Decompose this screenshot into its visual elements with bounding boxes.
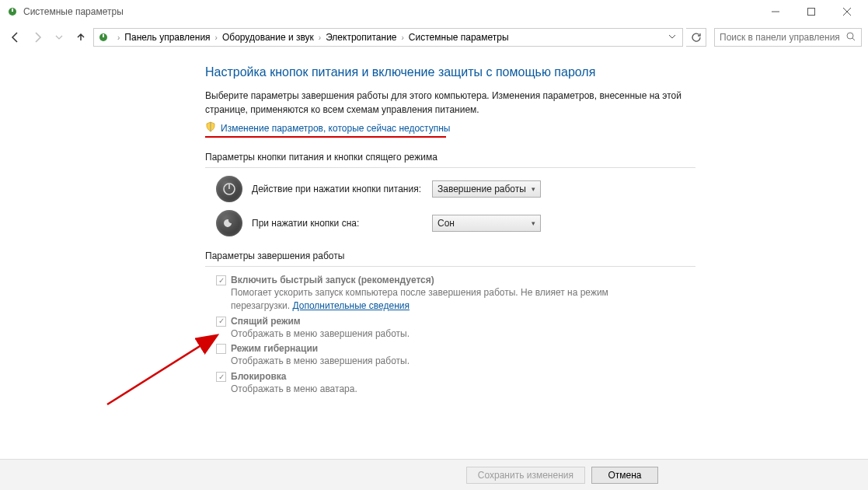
fast-startup-checkbox[interactable] [216, 275, 226, 285]
forward-button[interactable] [28, 28, 47, 47]
divider [205, 266, 695, 267]
refresh-button[interactable] [686, 28, 706, 47]
fast-startup-more-link[interactable]: Дополнительные сведения [292, 300, 409, 311]
fast-startup-checkbox-row: Включить быстрый запуск (рекомендуется) … [216, 275, 695, 313]
save-button[interactable]: Сохранить изменения [466, 467, 585, 484]
power-button-action-dropdown[interactable]: Завершение работы ▾ [432, 180, 541, 198]
power-options-icon [6, 5, 19, 18]
lock-title: Блокировка [231, 371, 357, 382]
sleep-button-action-dropdown[interactable]: Сон ▾ [432, 215, 541, 232]
hibernate-title: Режим гибернации [231, 343, 410, 354]
breadcrumb-item[interactable]: Электропитание [326, 32, 396, 43]
back-button[interactable] [6, 28, 25, 47]
breadcrumb-item[interactable]: Системные параметры [409, 32, 509, 43]
sleep-mode-desc: Отображать в меню завершения работы. [231, 327, 410, 341]
fast-startup-desc: Помогает ускорить запуск компьютера посл… [231, 286, 650, 313]
recent-dropdown[interactable] [50, 28, 68, 47]
intro-text: Выберите параметры завершения работы для… [205, 89, 687, 117]
hibernate-checkbox[interactable] [216, 344, 226, 354]
lock-desc: Отображать в меню аватара. [231, 383, 357, 396]
sleep-mode-title: Спящий режим [231, 316, 410, 327]
svg-point-3 [847, 33, 853, 39]
window-buttons [758, 0, 865, 23]
hibernate-checkbox-row: Режим гибернации Отображать в меню завер… [216, 343, 695, 368]
admin-link-row: Изменение параметров, которые сейчас нед… [205, 121, 695, 135]
chevron-right-icon[interactable]: › [215, 33, 218, 42]
hibernate-desc: Отображать в меню завершения работы. [231, 355, 410, 368]
moon-icon [216, 210, 242, 236]
section-header-shutdown: Параметры завершения работы [205, 250, 695, 261]
address-bar[interactable]: › Панель управления › Оборудование и зву… [93, 28, 683, 47]
lock-checkbox[interactable] [216, 372, 226, 382]
content-area: Настройка кнопок питания и включение защ… [0, 51, 695, 396]
sleep-mode-checkbox[interactable] [216, 317, 226, 327]
sleep-mode-checkbox-row: Спящий режим Отображать в меню завершени… [216, 316, 695, 341]
up-button[interactable] [71, 28, 90, 47]
breadcrumb-item[interactable]: Оборудование и звук [222, 32, 314, 43]
power-button-label: Действие при нажатии кнопки питания: [252, 184, 423, 194]
chevron-right-icon[interactable]: › [117, 33, 120, 42]
dropdown-value: Сон [437, 218, 455, 229]
page-title: Настройка кнопок питания и включение защ… [205, 65, 695, 79]
cancel-button[interactable]: Отмена [591, 467, 658, 484]
power-icon [216, 176, 242, 202]
address-dropdown-icon[interactable] [668, 32, 676, 43]
shield-icon [205, 121, 216, 135]
fast-startup-title: Включить быстрый запуск (рекомендуется) [231, 275, 650, 285]
sleep-button-label: При нажатии кнопки сна: [252, 218, 423, 229]
footer: Сохранить изменения Отмена [0, 459, 868, 490]
maximize-button[interactable] [793, 0, 829, 23]
svg-rect-1 [808, 9, 815, 16]
window-title: Системные параметры [23, 6, 124, 17]
annotation-underline [205, 136, 446, 138]
search-box[interactable] [714, 28, 862, 47]
change-unavailable-settings-link[interactable]: Изменение параметров, которые сейчас нед… [221, 123, 451, 134]
search-input[interactable] [720, 32, 842, 43]
minimize-button[interactable] [758, 0, 793, 23]
lock-checkbox-row: Блокировка Отображать в меню аватара. [216, 371, 695, 396]
divider [205, 167, 695, 168]
titlebar: Системные параметры [0, 0, 868, 23]
chevron-right-icon[interactable]: › [402, 33, 404, 42]
sleep-button-row: При нажатии кнопки сна: Сон ▾ [216, 210, 695, 236]
navbar: › Панель управления › Оборудование и зву… [0, 23, 868, 51]
chevron-down-icon: ▾ [532, 185, 535, 193]
chevron-right-icon[interactable]: › [319, 33, 321, 42]
dropdown-value: Завершение работы [437, 184, 526, 194]
breadcrumb-item[interactable]: Панель управления [124, 32, 210, 43]
close-button[interactable] [829, 0, 865, 23]
power-options-icon [97, 31, 110, 44]
search-icon [845, 31, 856, 44]
section-header-buttons: Параметры кнопки питания и кнопки спящег… [205, 152, 695, 163]
power-button-row: Действие при нажатии кнопки питания: Зав… [216, 176, 695, 202]
chevron-down-icon: ▾ [532, 219, 535, 227]
